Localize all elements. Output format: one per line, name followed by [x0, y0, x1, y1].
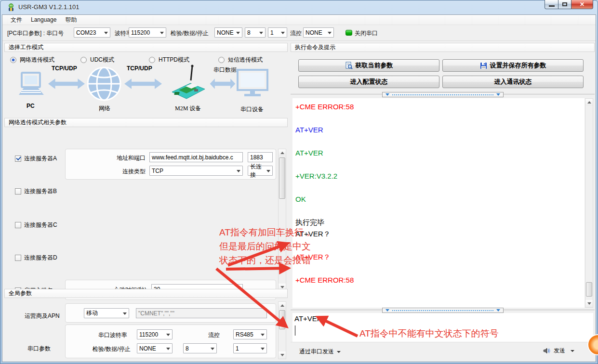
log-line: +CME ERROR:58: [292, 274, 585, 286]
minimize-button[interactable]: [545, 0, 558, 9]
radio-net-transparent-mode[interactable]: 网络透传模式: [10, 56, 54, 64]
apn-box: 移动 "CMNET","","": [65, 303, 276, 323]
log-line: [292, 159, 585, 170]
scroll-down-icon[interactable]: [585, 300, 593, 307]
server-a-port-input[interactable]: 1883: [248, 152, 273, 162]
scroll-up-icon[interactable]: [279, 302, 286, 309]
scrollbar-thumb[interactable]: [279, 310, 285, 329]
radio-icon: [10, 57, 16, 63]
send-via-serial-dropdown[interactable]: 通过串口发送: [299, 348, 341, 356]
addr-port-label: 地址和端口: [117, 154, 146, 162]
close-button[interactable]: ✕: [571, 0, 593, 9]
checkbox-server-d[interactable]: 连接服务器D: [15, 254, 57, 262]
serial-device-icon: [237, 69, 268, 99]
node-label-m2m: M2M 设备: [175, 104, 201, 113]
save-params-button[interactable]: 设置并保存所有参数: [442, 59, 584, 72]
serial-params-label: 串口参数: [27, 345, 51, 353]
databits-select[interactable]: 8: [245, 27, 266, 38]
chevron-down-icon: [237, 170, 240, 172]
topology-diagram: TCP/UDP TCP/UDP: [5, 64, 280, 114]
global-params-scrollbar[interactable]: [278, 301, 286, 359]
arrow-network-m2m-icon: [124, 78, 162, 90]
parity-select[interactable]: NONE: [214, 27, 242, 38]
chevron-down-icon: [166, 348, 170, 350]
chevron-down-icon: [211, 348, 214, 350]
carrier-select[interactable]: 移动: [84, 308, 129, 318]
global-params-section: 全局参数 运营商及APN 移动 "CMNET","","" 串口参数 串口波特率…: [4, 289, 288, 360]
log-scrollbar[interactable]: [585, 98, 593, 308]
net-params-header: 网络透传模式相关参数: [4, 118, 288, 127]
com-port-select[interactable]: COM23: [74, 27, 110, 38]
serial-flow-select[interactable]: RS485: [233, 329, 267, 339]
window-title: USR-GM3 V1.2.1.101: [18, 3, 79, 11]
scrollbar-thumb[interactable]: [586, 282, 592, 297]
horn-icon: [543, 347, 551, 355]
server-a-connmode-select[interactable]: 长连接: [248, 166, 273, 176]
menu-help[interactable]: 帮助: [61, 15, 81, 25]
doc-search-icon: [345, 62, 353, 69]
serial-baud-select[interactable]: 115200: [137, 329, 173, 339]
checkbox-server-a[interactable]: 连接服务器A: [15, 155, 57, 163]
server-a-type-select[interactable]: TCP: [149, 166, 243, 176]
node-label-network: 网络: [99, 104, 110, 113]
node-label-pc: PC: [27, 103, 35, 109]
conn-type-label: 连接类型: [122, 168, 146, 176]
close-port-button[interactable]: 关闭串口: [355, 29, 378, 38]
flow-select[interactable]: NONE: [303, 27, 334, 38]
annotation-note2: AT指令中不能有中文状态下的符号: [359, 326, 499, 340]
chevron-down-icon: [337, 351, 341, 353]
splitter-handle[interactable]: [382, 92, 504, 97]
net-params-scrollbar[interactable]: [278, 149, 286, 291]
scrollbar-thumb[interactable]: [279, 157, 285, 199]
radio-httpd-mode[interactable]: HTTPD模式: [149, 56, 189, 64]
baud-select[interactable]: 115200: [129, 27, 166, 38]
log-line: +CME ERROR:58: [292, 101, 585, 113]
parity-label: 检验/数据/停止: [171, 29, 209, 38]
title-bar[interactable]: USR-GM3 V1.2.1.101 ✕: [0, 0, 598, 14]
radio-sms-mode[interactable]: 短信透传模式: [218, 56, 263, 64]
serial-parity-select[interactable]: NONE: [137, 343, 173, 353]
app-icon: [7, 3, 15, 12]
link-label-tcp-udp-1: TCP/UDP: [52, 65, 77, 72]
chevron-down-icon: [259, 32, 263, 34]
serial-stopbits-select[interactable]: 1: [233, 343, 267, 353]
server-a-address-input[interactable]: www.feed.mqtt.iot.bj.baidubce.c: [149, 152, 243, 162]
log-line: AT+VER: [292, 124, 585, 136]
maximize-button[interactable]: [558, 0, 571, 9]
port-open-status-icon: [346, 30, 352, 36]
scroll-down-icon[interactable]: [279, 351, 286, 359]
get-params-button[interactable]: 获取当前参数: [298, 59, 439, 72]
splitter-handle[interactable]: [382, 308, 504, 313]
pc-laptop-icon: [15, 72, 47, 99]
enter-config-button[interactable]: 进入配置状态: [298, 76, 439, 88]
flow-label: 流控: [290, 29, 302, 38]
log-output[interactable]: +CME ERROR:58 AT+VER AT+VER +VER:V3.2.2 …: [292, 98, 585, 308]
server-a-box: 地址和端口 www.feed.mqtt.iot.bj.baidubce.c 18…: [65, 149, 276, 180]
menu-language[interactable]: Language: [27, 15, 61, 24]
checkbox-icon: [15, 156, 21, 162]
log-line: AT+VER？: [292, 251, 585, 263]
log-splitter[interactable]: [291, 93, 595, 96]
enter-comm-button[interactable]: 进入通讯状态: [442, 76, 584, 88]
send-input-text: AT+VER？: [292, 313, 593, 325]
work-mode-section: 选择工作模式 网络透传模式 UDC模式 HTTPD模式 短信透传模式 TCP/U…: [4, 43, 288, 116]
send-button[interactable]: 发送: [543, 347, 574, 355]
radio-udc-mode[interactable]: UDC模式: [80, 56, 114, 64]
scroll-up-icon[interactable]: [279, 149, 286, 156]
checkbox-server-b[interactable]: 连接服务器B: [15, 187, 57, 195]
stopbits-select[interactable]: 1: [268, 27, 287, 38]
log-line: +VER:V3.2.2: [292, 170, 585, 182]
chevron-down-icon: [166, 334, 170, 336]
scroll-up-icon[interactable]: [585, 99, 593, 106]
serial-databits-select[interactable]: 8: [183, 343, 217, 353]
chevron-down-icon: [266, 170, 270, 172]
apn-value-field: "CMNET","","": [136, 308, 267, 318]
log-line: [292, 240, 585, 251]
input-splitter[interactable]: [291, 309, 595, 312]
apn-label: 运营商及APN: [25, 312, 60, 320]
menu-file[interactable]: 文件: [6, 15, 27, 25]
annotation-note1: AT指令有加回车换行， 但是最后的问好是中文 状态下的，还是会报错: [219, 225, 313, 267]
command-panel: 执行命令及提示 获取当前参数: [291, 43, 595, 360]
checkbox-server-c[interactable]: 连接服务器C: [15, 221, 57, 229]
client-area: 文件 Language 帮助 [PC串口参数] : 串口号 COM23 波特率 …: [2, 14, 596, 362]
